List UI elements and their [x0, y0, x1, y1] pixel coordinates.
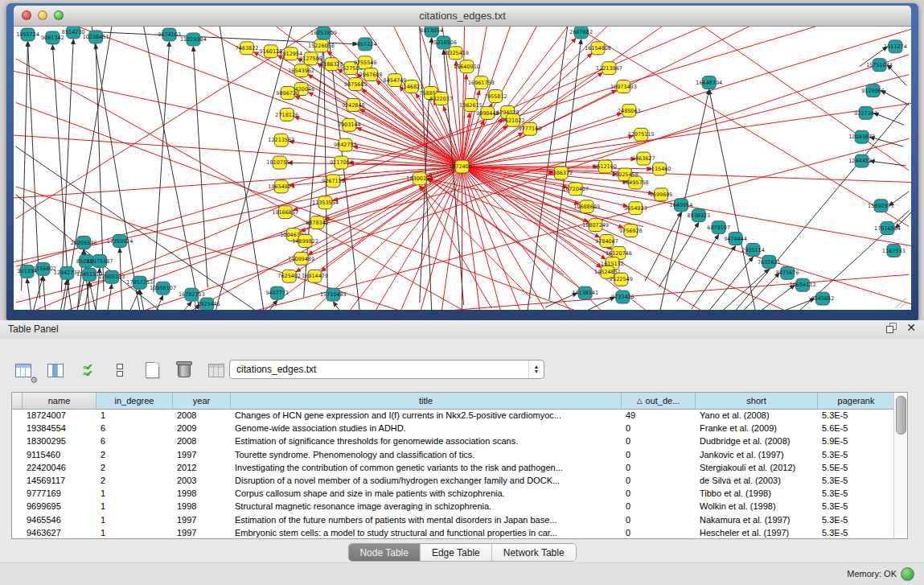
graph-node-yellow[interactable]: 9699695 — [650, 188, 673, 201]
graph-node-yellow[interactable]: 11353554 — [312, 196, 339, 209]
canvas-resize-grip[interactable] — [900, 303, 906, 308]
graph-node-yellow[interactable]: 12213563 — [268, 134, 294, 146]
cell-name[interactable]: 18300295 — [27, 435, 94, 447]
column-header-short[interactable]: short — [696, 393, 818, 409]
network-window-titlebar[interactable]: citations_edges.txt — [14, 6, 911, 27]
zoom-window-button[interactable] — [54, 10, 64, 20]
graph-node-teal[interactable]: 6879197 — [707, 221, 730, 234]
citation-edge-black[interactable] — [709, 90, 756, 310]
cell-out_de...[interactable]: 0 — [626, 422, 693, 435]
cell-short[interactable]: Tibbo et al. (1998) — [700, 487, 815, 500]
show-columns-icon[interactable] — [43, 358, 68, 382]
graph-node-teal[interactable]: 7632621 — [758, 255, 781, 268]
cell-name[interactable]: 9465546 — [27, 513, 94, 526]
graph-node-yellow[interactable]: 16640910 — [454, 60, 480, 73]
citation-edge-black[interactable] — [61, 39, 73, 292]
cell-out_de...[interactable]: 0 — [626, 448, 693, 461]
graph-node-teal[interactable]: 14138141 — [572, 286, 598, 299]
cell-title[interactable]: Genome-wide association studies in ADHD. — [235, 422, 619, 435]
graph-node-yellow[interactable]: 7625402 — [277, 270, 301, 282]
graph-node-yellow[interactable]: 9117004 — [330, 156, 353, 169]
network-canvas[interactable]: 1872400774638229160128891295491275051522… — [14, 27, 911, 310]
cell-short[interactable]: Yano et al. (2008) — [700, 409, 815, 422]
close-panel-icon[interactable]: ✕ — [906, 323, 916, 333]
cell-pagerank[interactable]: 5.9E-5 — [822, 435, 893, 447]
cell-year[interactable]: 2009 — [177, 422, 228, 435]
new-table-icon[interactable] — [140, 358, 164, 382]
tab-edge-table[interactable]: Edge Table — [421, 544, 492, 561]
cell-in_degree[interactable]: 2 — [101, 474, 170, 487]
graph-node-teal[interactable]: 9733426 — [611, 290, 634, 303]
graph-node-teal[interactable]: 1511274 — [884, 40, 907, 53]
cell-out_de...[interactable]: 0 — [626, 461, 693, 474]
graph-node-yellow[interactable]: 2903144 — [338, 118, 361, 131]
cell-title[interactable]: Tourette syndrome. Phenomenology and cla… — [235, 448, 619, 461]
graph-node-yellow[interactable]: 9756928 — [619, 225, 643, 237]
graph-node-teal[interactable]: 16053809 — [310, 27, 337, 39]
cell-name[interactable]: 9777169 — [27, 487, 94, 500]
cell-name[interactable]: 9699695 — [27, 500, 94, 513]
table-row[interactable]: 969969511998Structural magnetic resonanc… — [12, 500, 894, 513]
cell-year[interactable]: 2008 — [177, 435, 228, 447]
graph-node-teal[interactable]: 9061342 — [41, 31, 64, 44]
cell-title[interactable]: Disruption of a novel member of a sodium… — [235, 474, 619, 487]
graph-node-teal[interactable]: 12093872 — [848, 130, 875, 143]
cell-name[interactable]: 18724007 — [27, 409, 94, 422]
vertical-scrollbar[interactable] — [893, 393, 907, 538]
cell-year[interactable]: 1997 — [177, 526, 228, 538]
cell-out_de...[interactable]: 0 — [626, 474, 693, 487]
cell-pagerank[interactable]: 5.5E-5 — [822, 461, 893, 474]
cell-pagerank[interactable]: 5.3E-5 — [822, 500, 893, 513]
float-panel-icon[interactable] — [886, 323, 897, 333]
citation-edge-black[interactable] — [140, 290, 144, 310]
column-header-year[interactable]: year — [173, 393, 231, 409]
citation-edge-black[interactable] — [870, 161, 906, 166]
graph-node-teal[interactable]: 8813054 — [420, 27, 443, 37]
graph-node-yellow[interactable]: 7485063 — [618, 104, 641, 117]
cell-year[interactable]: 1997 — [177, 513, 228, 526]
citation-edge-red[interactable] — [333, 167, 462, 200]
column-header-title[interactable]: title — [231, 393, 622, 409]
citation-edge-red[interactable] — [14, 127, 462, 167]
citation-edge-black[interactable] — [22, 42, 28, 290]
citation-edge-red[interactable] — [576, 27, 910, 227]
cell-pagerank[interactable]: 5.3E-5 — [822, 448, 893, 461]
scrollbar-thumb[interactable] — [896, 396, 906, 435]
graph-node-teal[interactable]: 9245652 — [811, 292, 835, 305]
cell-in_degree[interactable]: 6 — [101, 435, 170, 447]
graph-node-teal[interactable]: 15710485 — [320, 288, 347, 301]
citation-edge-red[interactable] — [448, 274, 910, 310]
cell-out_de...[interactable]: 0 — [626, 500, 693, 513]
graph-node-teal[interactable]: 10654112 — [790, 278, 816, 291]
cell-pagerank[interactable]: 5.3E-5 — [822, 513, 893, 526]
citation-edge-black[interactable] — [333, 302, 339, 310]
graph-node-teal[interactable]: 17016504 — [874, 222, 901, 235]
graph-node-yellow[interactable]: 16720407 — [562, 183, 589, 196]
citation-edge-red[interactable] — [462, 27, 865, 167]
tab-node-table[interactable]: Node Table — [348, 544, 421, 561]
cell-year[interactable]: 2012 — [177, 461, 228, 474]
cell-year[interactable]: 1998 — [177, 500, 228, 513]
graph-node-yellow[interactable]: 9842753 — [334, 138, 357, 151]
graph-node-teal[interactable]: 15751074 — [866, 59, 893, 72]
cell-out_de...[interactable]: 0 — [626, 435, 693, 447]
citation-edge-black[interactable] — [692, 245, 736, 309]
citation-edge-black[interactable] — [193, 47, 207, 287]
cell-in_degree[interactable]: 2 — [101, 461, 170, 474]
cell-year[interactable]: 2003 — [177, 474, 228, 487]
cell-year[interactable]: 1997 — [177, 448, 228, 461]
cell-pagerank[interactable]: 5.6E-5 — [822, 422, 893, 435]
table-row[interactable]: 1938455462009Genome-wide association stu… — [12, 422, 894, 435]
table-row[interactable]: 1456911722003Disruption of a novel membe… — [12, 474, 894, 487]
cell-in_degree[interactable]: 1 — [101, 500, 170, 513]
citation-edge-black[interactable] — [645, 212, 681, 282]
table-row[interactable]: 1872400712008Changes of HCN gene express… — [12, 409, 894, 422]
citation-edge-black[interactable] — [157, 295, 163, 310]
citation-edge-black[interactable] — [659, 223, 699, 288]
cell-name[interactable]: 14569117 — [27, 474, 94, 487]
graph-node-teal[interactable]: 2935114 — [741, 243, 765, 256]
delete-rows-icon[interactable] — [172, 358, 196, 382]
citation-edge-red[interactable] — [141, 27, 462, 167]
graph-node-teal[interactable]: 16648794 — [696, 76, 722, 89]
citation-edge-black[interactable] — [761, 285, 795, 310]
